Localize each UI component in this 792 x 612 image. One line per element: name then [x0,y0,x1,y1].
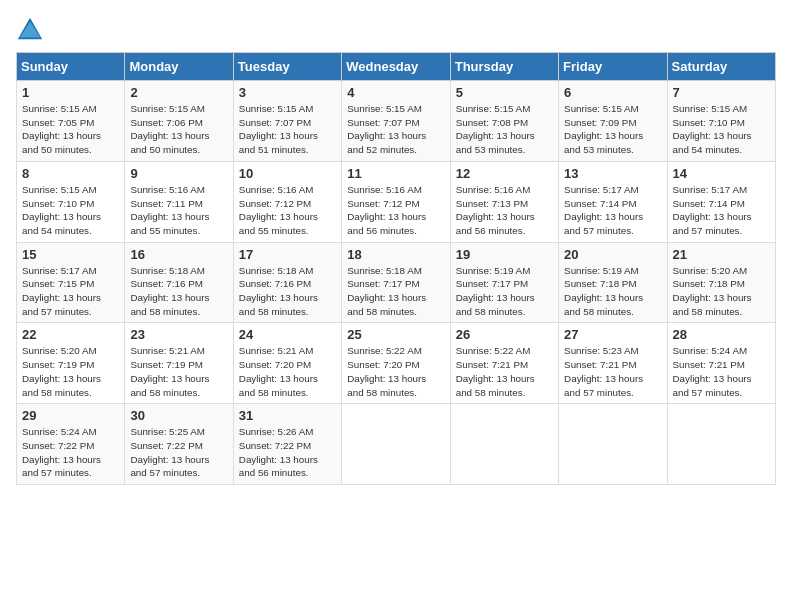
calendar-week-1: 1Sunrise: 5:15 AM Sunset: 7:05 PM Daylig… [17,81,776,162]
day-info: Sunrise: 5:23 AM Sunset: 7:21 PM Dayligh… [564,344,661,399]
day-number: 6 [564,85,661,100]
day-info: Sunrise: 5:18 AM Sunset: 7:16 PM Dayligh… [239,264,336,319]
logo-icon [16,16,44,44]
header-row: SundayMondayTuesdayWednesdayThursdayFrid… [17,53,776,81]
day-number: 13 [564,166,661,181]
day-number: 12 [456,166,553,181]
day-info: Sunrise: 5:15 AM Sunset: 7:07 PM Dayligh… [239,102,336,157]
day-number: 7 [673,85,770,100]
day-info: Sunrise: 5:25 AM Sunset: 7:22 PM Dayligh… [130,425,227,480]
calendar-cell: 27Sunrise: 5:23 AM Sunset: 7:21 PM Dayli… [559,323,667,404]
calendar-cell: 25Sunrise: 5:22 AM Sunset: 7:20 PM Dayli… [342,323,450,404]
day-header-thursday: Thursday [450,53,558,81]
calendar-cell: 14Sunrise: 5:17 AM Sunset: 7:14 PM Dayli… [667,161,775,242]
day-number: 11 [347,166,444,181]
day-number: 3 [239,85,336,100]
calendar-cell: 23Sunrise: 5:21 AM Sunset: 7:19 PM Dayli… [125,323,233,404]
calendar-cell: 4Sunrise: 5:15 AM Sunset: 7:07 PM Daylig… [342,81,450,162]
day-number: 8 [22,166,119,181]
calendar-cell: 24Sunrise: 5:21 AM Sunset: 7:20 PM Dayli… [233,323,341,404]
day-info: Sunrise: 5:21 AM Sunset: 7:19 PM Dayligh… [130,344,227,399]
day-number: 15 [22,247,119,262]
day-number: 20 [564,247,661,262]
day-info: Sunrise: 5:17 AM Sunset: 7:14 PM Dayligh… [673,183,770,238]
page-header [16,16,776,44]
day-info: Sunrise: 5:18 AM Sunset: 7:17 PM Dayligh… [347,264,444,319]
day-info: Sunrise: 5:22 AM Sunset: 7:21 PM Dayligh… [456,344,553,399]
calendar-cell: 3Sunrise: 5:15 AM Sunset: 7:07 PM Daylig… [233,81,341,162]
day-number: 16 [130,247,227,262]
day-number: 18 [347,247,444,262]
calendar-cell [450,404,558,485]
day-number: 9 [130,166,227,181]
day-info: Sunrise: 5:24 AM Sunset: 7:22 PM Dayligh… [22,425,119,480]
day-info: Sunrise: 5:19 AM Sunset: 7:17 PM Dayligh… [456,264,553,319]
calendar-week-2: 8Sunrise: 5:15 AM Sunset: 7:10 PM Daylig… [17,161,776,242]
day-number: 4 [347,85,444,100]
day-header-tuesday: Tuesday [233,53,341,81]
svg-marker-1 [20,22,41,38]
calendar-cell: 9Sunrise: 5:16 AM Sunset: 7:11 PM Daylig… [125,161,233,242]
day-info: Sunrise: 5:15 AM Sunset: 7:09 PM Dayligh… [564,102,661,157]
day-header-monday: Monday [125,53,233,81]
day-number: 29 [22,408,119,423]
calendar-cell: 20Sunrise: 5:19 AM Sunset: 7:18 PM Dayli… [559,242,667,323]
calendar-week-3: 15Sunrise: 5:17 AM Sunset: 7:15 PM Dayli… [17,242,776,323]
day-number: 24 [239,327,336,342]
day-info: Sunrise: 5:19 AM Sunset: 7:18 PM Dayligh… [564,264,661,319]
calendar-cell: 22Sunrise: 5:20 AM Sunset: 7:19 PM Dayli… [17,323,125,404]
day-info: Sunrise: 5:21 AM Sunset: 7:20 PM Dayligh… [239,344,336,399]
calendar-cell: 28Sunrise: 5:24 AM Sunset: 7:21 PM Dayli… [667,323,775,404]
day-number: 25 [347,327,444,342]
calendar-cell: 21Sunrise: 5:20 AM Sunset: 7:18 PM Dayli… [667,242,775,323]
day-info: Sunrise: 5:22 AM Sunset: 7:20 PM Dayligh… [347,344,444,399]
day-number: 1 [22,85,119,100]
day-header-friday: Friday [559,53,667,81]
day-number: 31 [239,408,336,423]
day-info: Sunrise: 5:15 AM Sunset: 7:07 PM Dayligh… [347,102,444,157]
day-info: Sunrise: 5:15 AM Sunset: 7:10 PM Dayligh… [673,102,770,157]
calendar-cell: 10Sunrise: 5:16 AM Sunset: 7:12 PM Dayli… [233,161,341,242]
day-info: Sunrise: 5:16 AM Sunset: 7:12 PM Dayligh… [347,183,444,238]
calendar-cell: 17Sunrise: 5:18 AM Sunset: 7:16 PM Dayli… [233,242,341,323]
calendar-cell [559,404,667,485]
calendar-cell: 18Sunrise: 5:18 AM Sunset: 7:17 PM Dayli… [342,242,450,323]
day-number: 2 [130,85,227,100]
day-info: Sunrise: 5:15 AM Sunset: 7:06 PM Dayligh… [130,102,227,157]
day-info: Sunrise: 5:24 AM Sunset: 7:21 PM Dayligh… [673,344,770,399]
day-number: 5 [456,85,553,100]
day-info: Sunrise: 5:16 AM Sunset: 7:12 PM Dayligh… [239,183,336,238]
calendar-cell: 16Sunrise: 5:18 AM Sunset: 7:16 PM Dayli… [125,242,233,323]
day-info: Sunrise: 5:15 AM Sunset: 7:05 PM Dayligh… [22,102,119,157]
day-number: 26 [456,327,553,342]
calendar-cell: 8Sunrise: 5:15 AM Sunset: 7:10 PM Daylig… [17,161,125,242]
calendar-cell: 26Sunrise: 5:22 AM Sunset: 7:21 PM Dayli… [450,323,558,404]
calendar-cell: 1Sunrise: 5:15 AM Sunset: 7:05 PM Daylig… [17,81,125,162]
calendar-cell [342,404,450,485]
calendar-cell [667,404,775,485]
calendar-cell: 12Sunrise: 5:16 AM Sunset: 7:13 PM Dayli… [450,161,558,242]
calendar-cell: 13Sunrise: 5:17 AM Sunset: 7:14 PM Dayli… [559,161,667,242]
calendar-cell: 7Sunrise: 5:15 AM Sunset: 7:10 PM Daylig… [667,81,775,162]
calendar-table: SundayMondayTuesdayWednesdayThursdayFrid… [16,52,776,485]
day-number: 10 [239,166,336,181]
day-number: 17 [239,247,336,262]
day-info: Sunrise: 5:16 AM Sunset: 7:11 PM Dayligh… [130,183,227,238]
day-info: Sunrise: 5:20 AM Sunset: 7:19 PM Dayligh… [22,344,119,399]
day-number: 30 [130,408,227,423]
day-number: 23 [130,327,227,342]
calendar-cell: 31Sunrise: 5:26 AM Sunset: 7:22 PM Dayli… [233,404,341,485]
day-info: Sunrise: 5:26 AM Sunset: 7:22 PM Dayligh… [239,425,336,480]
calendar-cell: 6Sunrise: 5:15 AM Sunset: 7:09 PM Daylig… [559,81,667,162]
calendar-cell: 30Sunrise: 5:25 AM Sunset: 7:22 PM Dayli… [125,404,233,485]
day-info: Sunrise: 5:16 AM Sunset: 7:13 PM Dayligh… [456,183,553,238]
day-number: 21 [673,247,770,262]
day-info: Sunrise: 5:17 AM Sunset: 7:14 PM Dayligh… [564,183,661,238]
day-number: 27 [564,327,661,342]
day-number: 22 [22,327,119,342]
day-header-saturday: Saturday [667,53,775,81]
day-number: 14 [673,166,770,181]
day-info: Sunrise: 5:15 AM Sunset: 7:08 PM Dayligh… [456,102,553,157]
calendar-cell: 2Sunrise: 5:15 AM Sunset: 7:06 PM Daylig… [125,81,233,162]
calendar-cell: 5Sunrise: 5:15 AM Sunset: 7:08 PM Daylig… [450,81,558,162]
